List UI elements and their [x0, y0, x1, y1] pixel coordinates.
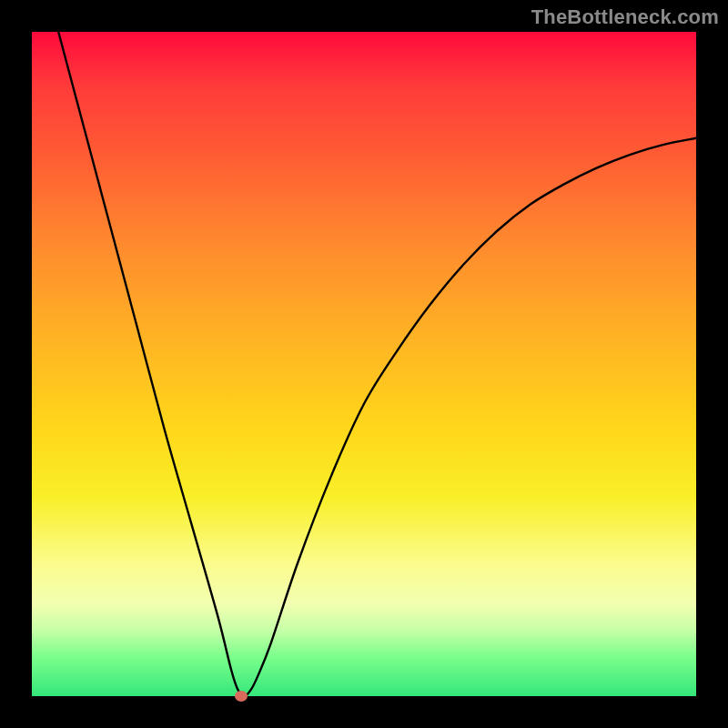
minimum-marker — [235, 691, 248, 702]
plot-area — [32, 32, 696, 696]
chart-frame: TheBottleneck.com — [0, 0, 728, 728]
bottleneck-curve — [32, 32, 696, 696]
watermark-text: TheBottleneck.com — [531, 5, 719, 29]
